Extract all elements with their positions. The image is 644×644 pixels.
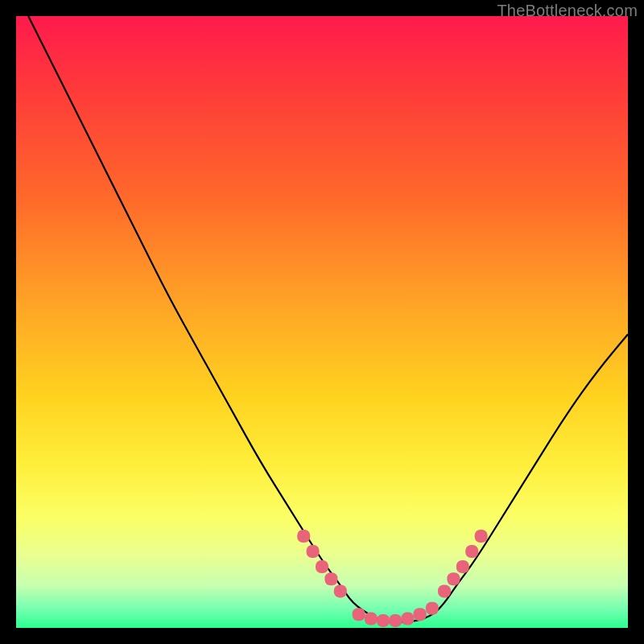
data-marker	[297, 530, 310, 543]
data-marker	[465, 545, 478, 558]
data-markers	[297, 530, 487, 627]
plot-area	[16, 16, 628, 628]
data-marker	[475, 530, 488, 543]
data-marker	[447, 572, 460, 585]
chart-frame: TheBottleneck.com	[0, 0, 644, 644]
data-marker	[426, 602, 439, 615]
data-marker	[324, 572, 337, 585]
data-marker	[353, 608, 365, 621]
data-marker	[316, 560, 328, 573]
data-marker	[389, 614, 402, 627]
data-marker	[307, 545, 320, 558]
data-marker	[438, 584, 451, 597]
curve-path	[28, 16, 628, 621]
data-marker	[414, 608, 427, 621]
data-marker	[456, 560, 469, 573]
data-marker	[401, 613, 414, 625]
data-marker	[365, 613, 378, 625]
bottleneck-curve	[28, 16, 628, 621]
data-marker	[377, 614, 390, 627]
data-marker	[334, 584, 347, 597]
chart-svg	[16, 16, 628, 628]
